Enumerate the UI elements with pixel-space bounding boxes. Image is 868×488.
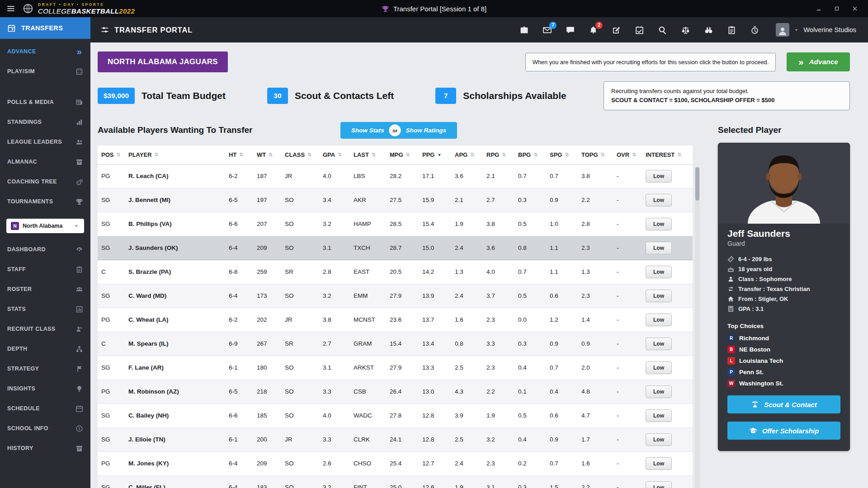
column-header[interactable]: TOPG⇅	[578, 145, 613, 164]
interest-badge[interactable]: Low	[646, 218, 672, 230]
sidebar-item[interactable]: ALMANAC	[0, 152, 90, 172]
interest-badge[interactable]: Low	[646, 409, 672, 422]
sidebar-item[interactable]: LEAGUE LEADERS	[0, 132, 90, 152]
player-action-button[interactable]: Scout & Contact	[727, 395, 840, 413]
sort-icon[interactable]: ⇅	[307, 152, 311, 158]
interest-badge[interactable]: Low	[646, 481, 672, 488]
sort-icon[interactable]: ▼	[437, 153, 441, 157]
column-header[interactable]: LAST⇅	[350, 145, 386, 164]
player-row[interactable]: SG C. Miller (FL) 6-4 183 SO 3.2 FINT 25…	[98, 476, 693, 488]
show-stats-button[interactable]: Show Stats	[340, 122, 395, 139]
player-row[interactable]: SG C. Bailey (NH) 6-6 185 SO 4.0 WADC 27…	[98, 404, 693, 428]
player-row[interactable]: PG M. Jones (KY) 6-4 209 SO 2.6 CHSO 25.…	[98, 452, 693, 476]
sidebar-item[interactable]: SCHEDULE	[0, 399, 90, 418]
toolbar-icon-button[interactable]: 2	[589, 25, 598, 35]
interest-badge[interactable]: Low	[646, 361, 672, 374]
menu-icon[interactable]	[6, 4, 15, 13]
player-row[interactable]: SG J. Bennett (MI) 6-5 197 SO 3.4 AKR 27…	[98, 188, 693, 212]
column-header[interactable]: PPG▼	[419, 145, 451, 164]
column-header[interactable]: OVR⇅	[613, 145, 642, 164]
column-header[interactable]: RPG⇅	[483, 145, 514, 164]
sort-icon[interactable]: ⇅	[677, 152, 681, 158]
sort-icon[interactable]: ⇅	[338, 152, 342, 158]
sort-icon[interactable]: ⇅	[406, 152, 410, 158]
sort-icon[interactable]: ⇅	[269, 152, 273, 158]
sidebar-item[interactable]: STANDINGS	[0, 112, 90, 132]
sidebar-item[interactable]: RECRUIT CLASS	[0, 319, 90, 339]
player-row[interactable]: SG C. Ward (MD) 6-4 173 SO 3.2 EMM 27.9	[98, 284, 693, 308]
sidebar-item[interactable]: ADVANCE »	[0, 42, 90, 61]
interest-badge[interactable]: Low	[646, 242, 672, 254]
column-header[interactable]: CLASS⇅	[281, 145, 319, 164]
toolbar-icon-button[interactable]	[727, 25, 736, 35]
table-scrollbar[interactable]	[695, 166, 700, 488]
sidebar-item[interactable]: STRATEGY	[0, 359, 90, 379]
column-header[interactable]: WT⇅	[253, 145, 281, 164]
column-header[interactable]: BPG⇅	[514, 145, 546, 164]
player-action-button[interactable]: Offer Scholarship	[727, 422, 840, 440]
interest-badge[interactable]: Low	[646, 266, 672, 278]
interest-badge[interactable]: Low	[646, 170, 672, 183]
interest-badge[interactable]: Low	[646, 314, 672, 326]
toolbar-icon-button[interactable]: 7	[542, 25, 552, 35]
column-header[interactable]: SPG⇅	[546, 145, 578, 164]
toolbar-icon-button[interactable]	[519, 25, 529, 35]
player-row[interactable]: PG M. Robinson (AZ) 6-5 218 SO 3.3 CSB 2…	[98, 380, 693, 404]
team-select-dropdown[interactable]: N North Alabama	[6, 219, 84, 233]
interest-badge[interactable]: Low	[646, 338, 672, 350]
toolbar-icon-button[interactable]	[750, 25, 760, 35]
toolbar-icon-button[interactable]	[635, 25, 644, 35]
toolbar-icon-button[interactable]	[612, 25, 621, 35]
sort-icon[interactable]: ⇅	[502, 152, 506, 158]
sidebar-item[interactable]: HISTORY	[0, 438, 90, 458]
player-row[interactable]: SG J. Saunders (OK) 6-4 209 SO 3.1 TXCH …	[98, 236, 693, 260]
player-row[interactable]: PG C. Wheat (LA) 6-2 202 JR 3.8 MCNST 23…	[98, 308, 693, 332]
interest-badge[interactable]: Low	[646, 433, 672, 446]
toolbar-icon-button[interactable]	[658, 25, 667, 35]
sort-icon[interactable]: ⇅	[372, 152, 376, 158]
column-header[interactable]: GPA⇅	[319, 145, 350, 164]
sidebar-item[interactable]: POLLS & MEDIA	[0, 92, 90, 112]
column-header[interactable]: APG⇅	[451, 145, 483, 164]
sidebar-item[interactable]: STAFF	[0, 259, 90, 279]
sort-icon[interactable]: ⇅	[470, 152, 474, 158]
sort-icon[interactable]: ⇅	[601, 152, 605, 158]
window-control-button[interactable]	[812, 3, 826, 14]
toolbar-icon-button[interactable]	[681, 25, 690, 35]
column-header[interactable]: MPG⇅	[386, 145, 419, 164]
sort-icon[interactable]: ⇅	[155, 152, 159, 158]
player-row[interactable]: C S. Brazzle (PA) 6-8 259 SR 2.8 EAST 20…	[98, 260, 693, 284]
column-header[interactable]: POS⇅	[98, 145, 125, 164]
sidebar-header-transfers[interactable]: TRANSFERS	[0, 17, 90, 39]
sidebar-item[interactable]: COACHING TREE	[0, 172, 90, 192]
sidebar-item[interactable]: STATS	[0, 299, 90, 319]
column-header[interactable]: PLAYER⇅	[125, 145, 225, 164]
sort-icon[interactable]: ⇅	[565, 152, 569, 158]
sort-icon[interactable]: ⇅	[239, 152, 243, 158]
sidebar-item[interactable]: INSIGHTS	[0, 379, 90, 399]
sort-icon[interactable]: ⇅	[632, 152, 636, 158]
interest-badge[interactable]: Low	[646, 194, 672, 206]
interest-badge[interactable]: Low	[646, 385, 672, 398]
interest-badge[interactable]: Low	[646, 457, 672, 470]
sidebar-item[interactable]: PLAY/SIM	[0, 61, 90, 81]
sort-icon[interactable]: ⇅	[116, 152, 120, 158]
user-menu[interactable]: Wolverine Studios	[776, 23, 856, 37]
window-control-button[interactable]	[848, 3, 862, 14]
window-control-button[interactable]	[830, 3, 844, 14]
sidebar-item[interactable]: DEPTH	[0, 339, 90, 359]
scrollbar-thumb[interactable]	[695, 167, 699, 201]
player-row[interactable]: C M. Spears (IL) 6-9 267 SR 2.7 GRAM 15.…	[98, 332, 693, 356]
sidebar-item[interactable]: ROSTER	[0, 279, 90, 299]
player-row[interactable]: PG R. Leach (CA) 6-2 187 JR 4.0 LBS 28.2	[98, 164, 693, 188]
interest-badge[interactable]: Low	[646, 290, 672, 302]
column-header[interactable]: INTEREST⇅	[642, 145, 693, 164]
sidebar-item[interactable]: SCHOOL INFO	[0, 418, 90, 438]
column-header[interactable]: HT⇅	[225, 145, 253, 164]
sidebar-item[interactable]: DASHBOARD	[0, 239, 90, 259]
player-row[interactable]: SG B. Phillips (VA) 6-6 207 SO 3.2 HAMP …	[98, 212, 693, 236]
toolbar-icon-button[interactable]	[704, 25, 713, 35]
show-ratings-button[interactable]: Show Ratings	[395, 122, 457, 139]
player-row[interactable]: SG F. Lane (AR) 6-1 180 SO 3.1 ARKST 27.…	[98, 356, 693, 380]
sidebar-item[interactable]: TOURNAMENTS	[0, 192, 90, 211]
